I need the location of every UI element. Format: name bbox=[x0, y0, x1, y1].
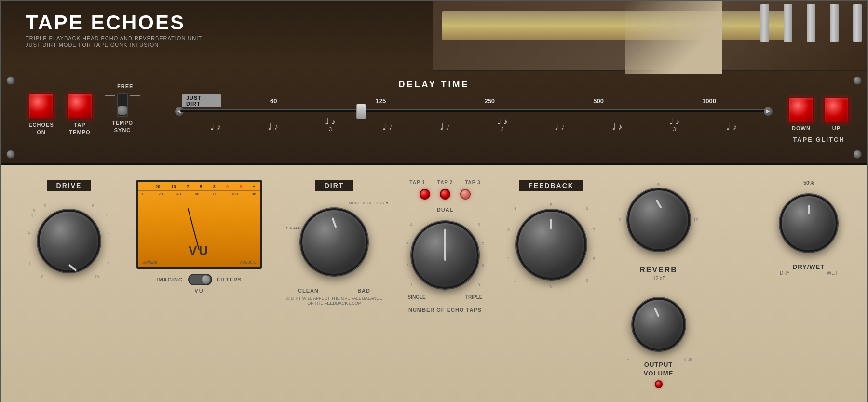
dirt-scale-wrapper: MORE FLUTTER ▲ MORE DROP OUTS ▼ ◀ LESS H… bbox=[291, 199, 378, 285]
echo-scale-3: 3 bbox=[407, 241, 409, 246]
dirt-clean: CLEAN bbox=[298, 288, 319, 294]
tap-tempo-wrapper: TAP TEMPO bbox=[67, 93, 93, 136]
top-section: TAPE ECHOES TRIPLE PLAYBACK HEAD ECHO AN… bbox=[1, 1, 867, 165]
percent-label: 50% bbox=[803, 180, 814, 186]
tap1-label: TAP 1 bbox=[409, 180, 425, 185]
delay-slider-thumb[interactable] bbox=[356, 104, 366, 119]
tap-indicators bbox=[420, 189, 471, 200]
dirt-indicator bbox=[331, 217, 337, 228]
delay-arrow-right[interactable]: ▶ bbox=[764, 106, 773, 116]
delay-slider-track bbox=[180, 109, 768, 112]
dry-wet-label: DRY/WET bbox=[793, 263, 825, 270]
reverb-scale-10: 10 bbox=[693, 217, 698, 222]
fb-scale-5: 5 bbox=[550, 202, 552, 207]
dirt-section: DIRT MORE FLUTTER ▲ MORE DROP OUTS ▼ ◀ L… bbox=[281, 180, 387, 306]
tempo-sync-wrapper: FREE bbox=[105, 93, 140, 134]
echo-dial-indicator bbox=[444, 229, 446, 261]
screw-top-section-tr bbox=[853, 76, 862, 85]
note-4: ♩ ♪ bbox=[382, 121, 393, 132]
tap-tempo-button[interactable] bbox=[67, 93, 93, 120]
delay-mark-60: 60 bbox=[270, 97, 277, 105]
imaging-row: IMAGING FILTERS bbox=[156, 274, 242, 285]
dry-wet-section: 50% DRY/WET DRY WET bbox=[770, 180, 847, 276]
note-2: ♩ ♪ bbox=[268, 121, 278, 132]
feedback-indicator bbox=[550, 219, 552, 229]
feedback-section: FEEDBACK 5 4 6 3 7 2 8 1 9 0 bbox=[503, 180, 599, 290]
plugin-container: TAPE ECHOES TRIPLE PLAYBACK HEAD ECHO AN… bbox=[0, 0, 868, 402]
output-0db: 0 dB bbox=[684, 357, 692, 362]
pill-knob bbox=[202, 275, 210, 284]
vu-sub-100: 100 bbox=[231, 192, 238, 196]
reverb-label: REVERB bbox=[639, 266, 678, 274]
echo-scale-0: 0 bbox=[444, 288, 446, 293]
imaging-toggle[interactable] bbox=[188, 274, 212, 285]
tape-glitch-down-button[interactable] bbox=[788, 97, 814, 123]
delay-mark-125: 125 bbox=[376, 97, 386, 105]
tape-post-5 bbox=[853, 4, 862, 42]
vu-sub-0: 0 bbox=[142, 192, 144, 196]
vu-brand: Softube bbox=[142, 260, 157, 265]
free-label: FREE bbox=[117, 83, 133, 89]
triple-label: TRIPLE bbox=[465, 295, 483, 300]
reverb-scale-5: 5 bbox=[657, 182, 660, 187]
dry-wet-knob[interactable] bbox=[780, 194, 838, 252]
drive-scale-5: 5 bbox=[44, 203, 46, 208]
drive-scale-10: 10 bbox=[94, 274, 99, 279]
echo-mode-labels: SINGLE TRIPLE bbox=[408, 295, 483, 300]
echo-scale-8: 8 bbox=[481, 263, 484, 268]
tape-glitch-down-label: DOWN bbox=[792, 125, 811, 131]
vu-scale-3r: 3 bbox=[239, 184, 242, 189]
feedback-label: FEEDBACK bbox=[519, 180, 583, 191]
tap-section: TAP 1 TAP 2 TAP 3 DUAL 5 4 6 3 7 2 8 1 9 bbox=[402, 180, 488, 314]
fb-scale-4: 4 bbox=[514, 206, 516, 211]
vu-meter-display: - 20 10 7 5 3 0 3 + 0 20 40 60 bbox=[136, 180, 262, 269]
drive-knob-indicator bbox=[68, 264, 77, 271]
echo-taps-dial[interactable] bbox=[411, 221, 479, 289]
vu-scale-7: 7 bbox=[187, 184, 189, 189]
drive-knob[interactable] bbox=[38, 210, 100, 272]
vu-scale-20: 20 bbox=[155, 184, 160, 189]
note-1: ♩ ♪ bbox=[210, 121, 221, 132]
vu-model: VU200:1 bbox=[239, 260, 256, 265]
tape-glitch-title: TAPE GLITCH bbox=[793, 136, 845, 143]
fb-scale-7: 7 bbox=[593, 228, 595, 232]
dirt-knob[interactable] bbox=[300, 208, 368, 276]
echo-scale-4: 4 bbox=[410, 222, 413, 227]
drive-scale-1: 1 bbox=[28, 261, 31, 266]
note-8: ♩ ♪ bbox=[612, 121, 623, 132]
dry-wet-sublabels: DRY WET bbox=[780, 270, 838, 276]
wet-label: WET bbox=[827, 270, 838, 276]
feedback-knob[interactable] bbox=[516, 210, 586, 280]
output-volume-knob[interactable] bbox=[632, 298, 685, 351]
imaging-label: IMAGING bbox=[156, 277, 183, 282]
triplet-6: 3 bbox=[501, 127, 504, 132]
tempo-sync-toggle[interactable] bbox=[117, 93, 128, 117]
echoes-on-button[interactable] bbox=[28, 93, 54, 120]
tempo-sync-label2: SYNC bbox=[112, 127, 133, 134]
echo-scale-1: 1 bbox=[410, 282, 413, 287]
vu-sub-20: 20 bbox=[158, 192, 163, 196]
just-dirt-badge: JUST DIRT bbox=[182, 94, 221, 107]
fb-scale-8: 8 bbox=[593, 256, 595, 261]
tape-glitch-up-button[interactable] bbox=[823, 97, 850, 123]
vu-below-label: VU bbox=[194, 288, 203, 294]
tape-post-4 bbox=[830, 4, 839, 42]
reverb-db-label: -12 dB bbox=[651, 276, 665, 281]
dirt-warning: ⚠ DIRT WILL AFFECT THE OVERALL BALANCE O… bbox=[286, 296, 382, 306]
triplet-9: 3 bbox=[673, 127, 676, 132]
echo-taps-title: NUMBER OF ECHO TAPS bbox=[408, 307, 482, 314]
drive-scale-0: 0 bbox=[41, 274, 44, 279]
note-6: ♩ ♪ bbox=[497, 116, 508, 127]
plugin-title: TAPE ECHOES bbox=[26, 11, 202, 34]
reverb-scale-0: 0 bbox=[619, 217, 621, 222]
tap-tempo-label2: TEMPO bbox=[69, 129, 90, 136]
output-neg-inf: -∞ bbox=[625, 357, 629, 362]
reverb-knob[interactable] bbox=[627, 188, 690, 251]
single-label: SINGLE bbox=[408, 295, 426, 300]
echo-scale-2: 2 bbox=[407, 263, 409, 268]
dirt-bad: BAD bbox=[357, 288, 370, 294]
delay-mark-500: 500 bbox=[593, 97, 604, 105]
drive-scale-9: 9 bbox=[107, 261, 109, 266]
toggle-knob bbox=[118, 106, 127, 115]
vu-scale-10: 10 bbox=[171, 184, 176, 189]
